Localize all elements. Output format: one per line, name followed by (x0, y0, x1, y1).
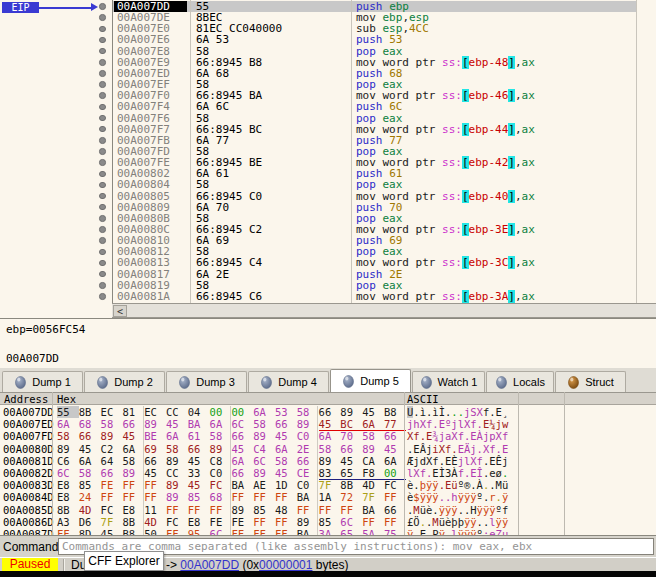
disasm-row[interactable]: 00A007E081EC CC040000sub esp,4CC (0, 23, 656, 34)
breakpoint-dot[interactable] (99, 271, 106, 278)
hex-byte[interactable]: 66 (79, 430, 101, 442)
hex-byte[interactable]: FF (166, 528, 188, 536)
hex-byte[interactable]: FF (384, 516, 406, 528)
hex-byte[interactable]: FF (122, 491, 144, 503)
hex-byte[interactable]: 45 (384, 443, 406, 455)
dump-row[interactable]: 00A0083DE885FEFFFF8945FCBAAE1DC07F8B4DFC… (0, 479, 656, 491)
disasm-row[interactable]: 00A008026A 61push 61 (0, 168, 656, 179)
hex-byte[interactable]: 6C (210, 528, 232, 536)
disasm-row[interactable]: 00A007FB6A 77push 77 (0, 135, 656, 146)
breakpoint-dot[interactable] (99, 59, 106, 66)
disasm-address[interactable]: 00A00804 (117, 179, 170, 190)
dump-row[interactable]: 00A0086DA3D67F8B4DFCE8FEFEFFFF89856CFFFF… (0, 516, 656, 528)
breakpoint-dot[interactable] (99, 182, 106, 189)
disasm-row[interactable]: 00A0080B58pop eax (0, 213, 656, 224)
dump-address[interactable]: 00A0080D (3, 443, 54, 455)
breakpoint-dot[interactable] (99, 282, 106, 289)
hex-byte[interactable]: 5A (362, 528, 384, 536)
dump-row[interactable]: 00A007DD558BEC81ECCC0400006A5358668945B8… (0, 406, 656, 418)
hex-byte[interactable]: 6A (79, 455, 101, 467)
hex-byte[interactable]: FE (101, 479, 123, 491)
hex-byte[interactable]: FF (340, 504, 362, 516)
breakpoint-dot[interactable] (99, 14, 106, 21)
hex-byte[interactable]: 95 (188, 528, 210, 536)
tab-dump-2[interactable]: Dump 2 (84, 371, 165, 392)
hex-byte[interactable]: FF (319, 504, 341, 516)
hex-byte[interactable]: 58 (319, 443, 341, 455)
disasm-row[interactable]: 00A007F46A 6Cpush 6C (0, 101, 656, 112)
status-size-link[interactable]: 00000001 (259, 558, 312, 572)
hex-byte[interactable]: 66 (384, 504, 406, 516)
disasm-row[interactable]: 00A007DE8BECmov ebp,esp (0, 12, 656, 23)
hex-byte[interactable]: 58 (297, 406, 319, 418)
breakpoint-dot[interactable] (99, 104, 106, 111)
hex-byte[interactable]: 85 (79, 479, 101, 491)
tab-struct[interactable]: Struct (555, 371, 626, 392)
breakpoint-dot[interactable] (99, 237, 106, 244)
hex-byte[interactable]: 58 (275, 455, 297, 467)
hex-byte[interactable]: BA (297, 528, 319, 536)
dump-address[interactable]: 00A0087D (3, 528, 54, 536)
scrollbar-left-arrow-icon[interactable]: < (113, 305, 127, 317)
hex-byte[interactable]: 89 (101, 430, 123, 442)
hex-byte[interactable]: D6 (79, 516, 101, 528)
hex-byte[interactable]: 68 (210, 491, 232, 503)
ascii-char[interactable]: ü (502, 479, 508, 491)
ascii-char[interactable]: u (502, 528, 508, 536)
hex-byte[interactable]: FF (144, 491, 166, 503)
hex-byte[interactable]: FC (166, 516, 188, 528)
breakpoint-dot[interactable] (99, 37, 106, 44)
dump-row[interactable]: 00A0084DE824FFFFFF898568FFFFFFBA1A727FFF… (0, 491, 656, 503)
hex-byte[interactable]: FF (101, 491, 123, 503)
breakpoint-dot[interactable] (99, 215, 106, 222)
hex-byte[interactable]: FC (210, 479, 232, 491)
disasm-row[interactable]: 00A007F766:8945 BCmov word ptr ss:[ebp-4… (0, 124, 656, 135)
breakpoint-dot[interactable] (99, 3, 106, 10)
hex-byte[interactable]: 66 (384, 430, 406, 442)
hex-byte[interactable]: 89 (319, 455, 341, 467)
hex-byte[interactable]: E8 (188, 516, 210, 528)
hex-byte[interactable]: C2 (101, 443, 123, 455)
tab-dump-3[interactable]: Dump 3 (166, 371, 247, 392)
breakpoint-dot[interactable] (99, 126, 106, 133)
breakpoint-dot[interactable] (99, 81, 106, 88)
hex-byte[interactable]: FE (210, 516, 232, 528)
breakpoint-dot[interactable] (99, 148, 106, 155)
hex-byte[interactable]: 00 (210, 406, 232, 418)
dump-address[interactable]: 00A007ED (3, 418, 54, 430)
breakpoint-dot[interactable] (99, 204, 106, 211)
hex-byte[interactable]: 6A (275, 443, 297, 455)
hex-byte[interactable]: FF (188, 504, 210, 516)
ascii-char[interactable]: E (502, 443, 508, 455)
hex-byte[interactable]: E8 (57, 491, 79, 503)
hex-byte[interactable]: 64 (101, 455, 123, 467)
tab-dump-5[interactable]: Dump 5 (330, 369, 411, 392)
disasm-address[interactable]: 00A00813 (117, 257, 170, 268)
hex-byte[interactable]: 89 (297, 516, 319, 528)
hex-byte[interactable]: CA (362, 455, 384, 467)
disasm-row[interactable]: 00A007E858pop eax (0, 46, 656, 57)
hex-byte[interactable]: 4D (79, 504, 101, 516)
hex-byte[interactable]: 7F (362, 491, 384, 503)
hex-byte[interactable]: BA (297, 491, 319, 503)
hex-byte[interactable]: 45 (122, 430, 144, 442)
dump-address[interactable]: 00A0081D (3, 455, 54, 467)
ascii-char[interactable]: . (502, 467, 508, 479)
hex-byte[interactable]: C6 (57, 455, 79, 467)
hex-byte[interactable]: 89 (340, 406, 362, 418)
hex-byte[interactable]: FF (275, 516, 297, 528)
hex-byte[interactable]: 45 (188, 455, 210, 467)
hex-byte[interactable]: 85 (253, 504, 275, 516)
hex-byte[interactable]: 53 (275, 406, 297, 418)
dump-row[interactable]: 00A0082D6C58668945CC33C0668945CE8365F800… (0, 467, 656, 479)
hex-byte[interactable]: B8 (122, 528, 144, 536)
hex-byte[interactable]: 7F (319, 479, 341, 491)
hex-byte[interactable]: 65 (340, 528, 362, 536)
hex-byte[interactable]: 89 (210, 443, 232, 455)
hex-byte[interactable]: CC (166, 406, 188, 418)
hex-byte[interactable]: 45 (275, 430, 297, 442)
hex-byte[interactable]: 8B (57, 504, 79, 516)
disasm-address[interactable]: 00A007F6 (117, 113, 170, 124)
hex-byte[interactable]: 45 (362, 406, 384, 418)
hex-byte[interactable]: E8 (57, 479, 79, 491)
